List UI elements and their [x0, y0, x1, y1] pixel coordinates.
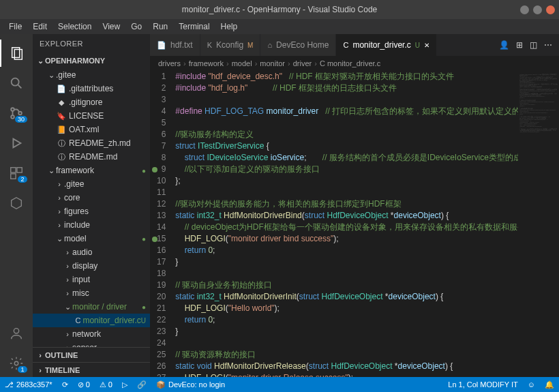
line-number[interactable]: 5	[150, 117, 175, 129]
line-number[interactable]: 22	[150, 314, 175, 326]
breadcrumb[interactable]: drivers›framework›model›monitor›driver›C…	[150, 56, 559, 71]
breadcrumb-item[interactable]: drivers	[158, 59, 181, 67]
tree-item[interactable]: ›core	[33, 191, 150, 205]
code-line[interactable]: #include "hdf_log.h" // HDF 框架提供的日志接口头文件	[175, 82, 518, 94]
tree-item[interactable]: 📙OAT.xml	[33, 123, 150, 136]
code-line[interactable]	[175, 268, 518, 280]
code-line[interactable]: static int32_t HdfMonitorDriverBind(stru…	[175, 210, 518, 222]
feedback-icon[interactable]: ☺	[523, 377, 540, 392]
tree-item[interactable]: Cmonitor_driver.cU	[33, 314, 150, 327]
tree-item[interactable]: ›display	[33, 259, 150, 273]
tab[interactable]: KKconfigM	[200, 34, 261, 56]
line-number[interactable]: 27	[150, 372, 175, 377]
debug-start-icon[interactable]: ▷	[117, 377, 132, 392]
live-share-icon[interactable]: 🔗	[132, 377, 151, 392]
tree-item[interactable]: ›misc	[33, 286, 150, 300]
line-number[interactable]: 21	[150, 303, 175, 314]
outline-section[interactable]: ›OUTLINE	[33, 347, 150, 362]
line-number[interactable]: 16	[150, 245, 175, 256]
line-number[interactable]: 6	[150, 129, 175, 140]
minimap[interactable]: #include "hdf_device_desc.h" // HDF 框架对驱…	[518, 71, 559, 377]
menu-go[interactable]: Go	[126, 20, 147, 33]
sync-icon[interactable]: ⟳	[57, 377, 73, 392]
menu-file[interactable]: File	[4, 20, 27, 33]
line-number[interactable]: 10	[150, 175, 175, 187]
code-line[interactable]: return 0;	[175, 245, 518, 256]
search-icon[interactable]	[0, 70, 33, 97]
split-icon[interactable]: ◫	[530, 40, 537, 50]
line-number[interactable]: 23	[150, 326, 175, 337]
menu-run[interactable]: Run	[148, 20, 172, 33]
code-editor[interactable]: 1#include "hdf_device_desc.h" // HDF 框架对…	[150, 71, 518, 377]
tab[interactable]: Cmonitor_driver.cU✕	[336, 34, 437, 56]
line-number[interactable]: 19	[150, 280, 175, 291]
settings-icon[interactable]: 1	[0, 350, 33, 377]
tree-item[interactable]: ⓘREADME.md	[33, 150, 150, 164]
timeline-section[interactable]: ›TIMELINE	[33, 362, 150, 377]
line-number[interactable]: 3	[150, 94, 175, 106]
line-number[interactable]: 17	[150, 256, 175, 268]
line-number[interactable]: 11	[150, 187, 175, 198]
tree-item[interactable]: ⓘREADME_zh.md	[33, 136, 150, 150]
tree-item[interactable]: ◆.gitignore	[33, 95, 150, 109]
line-number[interactable]: 13	[150, 210, 175, 222]
explorer-icon[interactable]	[0, 40, 33, 67]
breadcrumb-item[interactable]: framework	[189, 59, 224, 67]
line-number[interactable]: 20	[150, 291, 175, 303]
code-line[interactable]: };	[175, 175, 518, 187]
tree-item[interactable]: 🔖LICENSE	[33, 109, 150, 123]
code-line[interactable]: //驱动对外提供的服务能力，将相关的服务接口绑定到HDF框架	[175, 198, 518, 210]
account-icon[interactable]	[0, 320, 33, 347]
close-button[interactable]	[546, 5, 555, 14]
line-number[interactable]: 12	[150, 198, 175, 210]
maximize-button[interactable]	[533, 5, 542, 14]
code-line[interactable]	[175, 117, 518, 129]
code-line[interactable]: // 驱动自身业务初始的接口	[175, 280, 518, 291]
line-number[interactable]: 7	[150, 140, 175, 152]
line-number[interactable]: 2	[150, 82, 175, 94]
tab[interactable]: ⌂DevEco Home	[260, 34, 336, 56]
line-number[interactable]: 4	[150, 106, 175, 117]
line-number[interactable]: 26	[150, 361, 175, 372]
menu-selection[interactable]: Selection	[53, 20, 96, 33]
line-number[interactable]: 25	[150, 349, 175, 361]
close-icon[interactable]: ✕	[424, 42, 429, 49]
menu-view[interactable]: View	[97, 20, 125, 33]
tree-item[interactable]: ›figures	[33, 205, 150, 218]
notifications-icon[interactable]: 🔔	[540, 377, 559, 392]
problems-warnings[interactable]: ⚠ 0	[95, 377, 117, 392]
line-number[interactable]: 24	[150, 337, 175, 349]
code-line[interactable]: static void HdfMonitorDriverRelease(stru…	[175, 361, 518, 372]
code-line[interactable]: }	[175, 326, 518, 337]
breadcrumb-item[interactable]: driver	[293, 59, 312, 67]
person-icon[interactable]: 👤	[499, 40, 509, 50]
tab[interactable]: 📄hdf.txt	[150, 34, 200, 56]
line-number[interactable]: 18	[150, 268, 175, 280]
line-number[interactable]: 1	[150, 71, 175, 82]
code-line[interactable]: HDF_LOGI("monitor driver Release success…	[175, 372, 518, 377]
code-line[interactable]	[175, 187, 518, 198]
deveco-status[interactable]: 📦 DevEco: no login	[151, 377, 230, 392]
extensions-icon[interactable]: 2	[0, 160, 33, 187]
menu-edit[interactable]: Edit	[28, 20, 52, 33]
problems-errors[interactable]: ⊘ 0	[73, 377, 95, 392]
minimize-button[interactable]	[520, 5, 529, 14]
line-number[interactable]: 8	[150, 152, 175, 164]
tree-item[interactable]: ⌄framework●	[33, 164, 150, 177]
menu-terminal[interactable]: Terminal	[174, 20, 214, 33]
line-number[interactable]: 14	[150, 222, 175, 233]
breadcrumb-item[interactable]: model	[232, 59, 252, 67]
deveco-icon[interactable]	[0, 190, 33, 217]
code-line[interactable]: struct IDeviceIoService ioService; // 服务…	[175, 152, 518, 164]
breadcrumb-item[interactable]: C monitor_driver.c	[320, 59, 380, 67]
code-line[interactable]: #define HDF_LOG_TAG monitor_driver // 打印…	[175, 106, 518, 117]
code-line[interactable]: HDF_LOGI("Hello world");	[175, 303, 518, 314]
code-line[interactable]: // 驱动资源释放的接口	[175, 349, 518, 361]
tree-item[interactable]: 📄.gitattributes	[33, 82, 150, 95]
code-line[interactable]: }	[175, 256, 518, 268]
cursor-position[interactable]: Ln 1, Col MODIFY IT	[443, 377, 523, 392]
source-control-icon[interactable]: 30	[0, 100, 33, 127]
code-line[interactable]: static int32_t HdfMonitorDriverInit(stru…	[175, 291, 518, 303]
code-line[interactable]: return 0;	[175, 314, 518, 326]
tree-item[interactable]: ⌄.gitee	[33, 68, 150, 82]
